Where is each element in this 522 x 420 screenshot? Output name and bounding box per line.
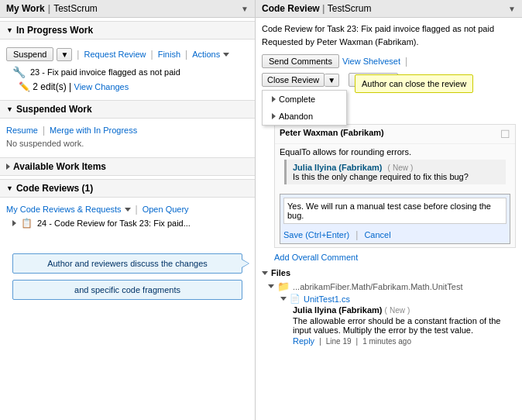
right-panel-subtitle: TestScrum [328, 3, 372, 14]
callout-box-1: Author and reviewers discuss the changes [12, 253, 242, 274]
resume-link[interactable]: Resume [6, 126, 38, 135]
folder-icon: 📁 [277, 281, 290, 292]
send-comments-button[interactable]: Send Comments [262, 54, 339, 68]
cancel-link[interactable]: Cancel [364, 230, 390, 239]
merge-link[interactable]: Merge with In Progress [50, 126, 137, 135]
code-reviews-label: Code Reviews (1) [16, 183, 93, 194]
file-comment-body: The allowable error should be a constant… [293, 316, 516, 335]
review-item-toggle[interactable] [12, 220, 16, 226]
file-comment-author: Julia Ilyina (Fabrikam) [293, 305, 383, 315]
file-line: Line 19 [326, 337, 352, 346]
finish-link[interactable]: Finish [158, 50, 180, 59]
code-reviews-content: My Code Reviews & Requests | Open Query … [0, 198, 255, 232]
cr-toolbar: Send Comments View Shelveset | [262, 54, 516, 68]
my-reviews-link[interactable]: My Code Reviews & Requests [6, 205, 122, 214]
close-review-area: Close Review ▼ Actions Complete Abandon [262, 73, 398, 87]
code-review-desc: Code Review for Task 23: Fix paid invoic… [262, 22, 516, 48]
file-group-toggle[interactable] [268, 284, 274, 288]
callout-area: Author and reviewers discuss the changes… [0, 247, 255, 303]
left-panel-title: My Work [6, 3, 45, 14]
right-panel-content: Code Review for Task 23: Fix paid invoic… [256, 18, 522, 353]
close-review-dropdown-menu: Complete Abandon [262, 90, 347, 126]
review-item: 📋 24 - Code Review for Task 23: Fix paid… [12, 218, 249, 229]
available-toggle[interactable] [6, 164, 10, 170]
suspended-section-header: ▼ Suspended Work [0, 100, 255, 119]
file-icon: 📄 [290, 294, 300, 304]
available-label: Available Work Items [13, 161, 106, 172]
file-comment: Julia Ilyina (Fabrikam) ( New ) The allo… [293, 305, 516, 346]
edit-actions: Save (Ctrl+Enter) | Cancel [283, 229, 507, 240]
add-overall-comment-link[interactable]: Add Overall Comment [274, 253, 516, 262]
reply-link[interactable]: Reply [293, 336, 314, 346]
abandon-triangle [272, 113, 276, 119]
complete-triangle [272, 96, 276, 102]
view-changes-row: ✏️ 2 edit(s) | View Changes [6, 81, 249, 92]
abandon-item[interactable]: Abandon [263, 108, 346, 125]
comment-checkbox[interactable]: ☐ [500, 128, 510, 140]
files-header: Files [262, 268, 516, 277]
file-group-path: ...abrikamFiber.Math/Fabrikam.Math.UnitT… [293, 282, 462, 291]
work-item-icon: 🔧 [12, 66, 26, 78]
edit-textarea[interactable]: Yes. We will run a manual test case befo… [283, 198, 507, 224]
left-panel-subtitle: TestScrum [53, 3, 98, 14]
in-progress-actions-chevron[interactable] [223, 53, 229, 57]
work-item-text: 23 - Fix paid invoice flagged as not pai… [30, 67, 180, 77]
my-reviews-dropdown[interactable] [125, 208, 131, 212]
file-toggle[interactable] [280, 297, 287, 301]
callout-box-2: and specific code fragments [12, 280, 242, 300]
comment-body: EqualTo allows for rounding errors. Juli… [275, 144, 515, 191]
file-meta: Reply | Line 19 | 1 minutes ago [293, 336, 516, 346]
comment-author: Peter Waxman (Fabrikam) [280, 128, 384, 140]
right-title-group: Code Review | TestScrum [262, 3, 371, 14]
left-panel-collapse[interactable]: ▼ [241, 5, 249, 13]
complete-item[interactable]: Complete [263, 91, 346, 108]
comment-card: Peter Waxman (Fabrikam) ☐ EqualTo allows… [274, 124, 516, 248]
in-progress-section-header: ▼ In Progress Work [0, 21, 255, 40]
left-title-group: My Work | TestScrum [6, 3, 98, 14]
reply-box: Julia Ilyina (Fabrikam) ( New ) Is this … [284, 160, 506, 184]
in-progress-toggle[interactable]: ▼ [6, 26, 13, 34]
close-review-button[interactable]: Close Review [262, 73, 325, 87]
suspend-button[interactable]: Suspend [6, 47, 53, 61]
right-panel-collapse[interactable]: ▼ [508, 5, 516, 13]
reply-badge: New [393, 164, 408, 172]
in-progress-label: In Progress Work [16, 25, 93, 36]
file-time: 1 minutes ago [362, 337, 411, 346]
callout-arrow-1-inner [242, 260, 249, 267]
view-shelveset-link[interactable]: View Shelveset [342, 57, 400, 66]
suspended-links: Resume | Merge with In Progress [6, 125, 249, 136]
file-link[interactable]: UnitTest1.cs [304, 294, 350, 304]
close-review-dropdown[interactable]: ▼ [325, 74, 339, 87]
files-toggle[interactable] [262, 271, 268, 275]
edit-area: Yes. We will run a manual test case befo… [280, 194, 510, 244]
code-review-line2: Requested by Peter Waxman (Fabrikam). [262, 36, 516, 49]
file-link-row: 📄 UnitTest1.cs [280, 294, 516, 304]
in-progress-toolbar: Suspend ▼ | Request Review | Finish | Ac… [6, 47, 249, 61]
file-group-header: 📁 ...abrikamFiber.Math/Fabrikam.Math.Uni… [268, 281, 516, 292]
open-query-link[interactable]: Open Query [143, 205, 189, 214]
right-panel-header: Code Review | TestScrum ▼ [256, 0, 522, 18]
files-section: Files 📁 ...abrikamFiber.Math/Fabrikam.Ma… [262, 268, 516, 346]
suspended-toggle[interactable]: ▼ [6, 105, 13, 113]
reply-author: Julia Ilyina (Fabrikam) [293, 163, 383, 172]
save-link[interactable]: Save (Ctrl+Enter) [283, 230, 349, 239]
edit-count: ✏️ 2 edit(s) | [19, 81, 74, 92]
in-progress-actions-link[interactable]: Actions [192, 50, 220, 59]
request-review-link[interactable]: Request Review [84, 50, 146, 59]
review-item-text: 24 - Code Review for Task 23: Fix paid..… [37, 219, 191, 228]
code-review-line1: Code Review for Task 23: Fix paid invoic… [262, 22, 516, 36]
author-close-tooltip: Author can close the review [355, 74, 473, 93]
suspended-content: Resume | Merge with In Progress No suspe… [0, 119, 255, 154]
file-comment-badge: New [390, 306, 405, 315]
view-changes-link[interactable]: View Changes [74, 82, 129, 91]
code-reviews-toggle[interactable]: ▼ [6, 184, 13, 192]
left-panel-header: My Work | TestScrum ▼ [0, 0, 255, 18]
available-section-header: Available Work Items [0, 157, 255, 176]
right-panel: Code Review | TestScrum ▼ Code Review fo… [256, 0, 522, 420]
suspend-dropdown[interactable]: ▼ [57, 48, 72, 61]
work-item-row: 🔧 23 - Fix paid invoice flagged as not p… [6, 66, 249, 78]
comment-card-header: Peter Waxman (Fabrikam) ☐ [275, 125, 515, 144]
code-reviews-links: My Code Reviews & Requests | Open Query [6, 204, 249, 215]
left-panel: My Work | TestScrum ▼ ▼ In Progress Work… [0, 0, 256, 420]
in-progress-content: Suspend ▼ | Request Review | Finish | Ac… [0, 40, 255, 97]
